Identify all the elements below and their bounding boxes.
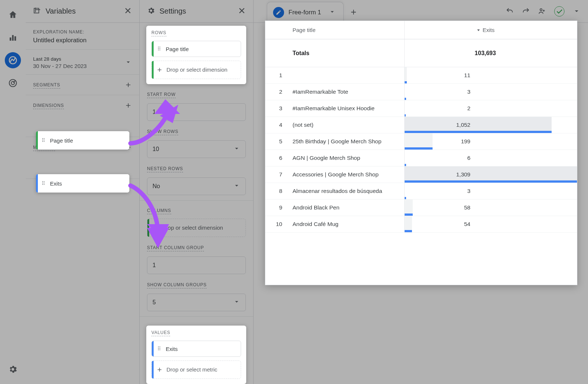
sort-desc-icon <box>476 27 481 33</box>
table-row[interactable]: 6AGN | Google Merch Shop6 <box>265 150 577 166</box>
row-index: 3 <box>265 105 287 112</box>
start-col-input[interactable]: 1 <box>147 256 246 274</box>
table-row[interactable]: 10Android Café Mug54 <box>265 216 577 233</box>
show-col-label: SHOW COLUMN GROUPS <box>147 282 207 288</box>
svg-rect-6 <box>34 8 39 13</box>
values-dropzone[interactable]: Drop or select metric <box>151 360 241 379</box>
table-row[interactable]: 3#IamRemarkable Unisex Hoodie2 <box>265 100 577 117</box>
show-col-select[interactable]: 5 <box>147 294 246 311</box>
undo-icon[interactable] <box>506 7 514 16</box>
explore-icon[interactable] <box>5 52 21 68</box>
exploration-name[interactable]: Untitled exploration <box>33 37 132 44</box>
redo-icon[interactable] <box>522 7 530 16</box>
table-row[interactable]: 2#IamRemarkable Tote3 <box>265 84 577 100</box>
table-row[interactable]: 525th Birthday | Google Merch Shop199 <box>265 133 577 150</box>
drag-handle-icon <box>156 46 162 53</box>
nested-rows-section: NESTED ROWS No <box>140 163 253 201</box>
share-icon[interactable] <box>538 7 546 16</box>
start-row-input[interactable]: 1 <box>147 103 246 121</box>
svg-point-20 <box>158 46 159 47</box>
date-range-picker[interactable]: Last 28 days 30 Nov - 27 Dec 2023 <box>26 50 139 75</box>
drag-handle-icon <box>156 345 162 352</box>
table-row[interactable]: 9Android Black Pen58 <box>265 200 577 216</box>
add-segment-button[interactable] <box>125 81 132 90</box>
rows-label: ROWS <box>151 30 166 36</box>
chevron-down-icon[interactable] <box>329 8 336 17</box>
rows-dropzone[interactable]: Drop or select dimension <box>151 61 241 79</box>
svg-point-24 <box>158 49 159 50</box>
row-index: 1 <box>265 72 287 79</box>
svg-point-18 <box>42 184 43 184</box>
edit-icon <box>273 7 284 18</box>
svg-point-7 <box>540 8 542 10</box>
values-section-highlight: VALUES Exits Drop or select metric <box>146 326 246 384</box>
close-icon[interactable] <box>124 7 132 16</box>
metric-chip-exits[interactable]: Exits <box>36 174 129 193</box>
row-value-cell: 58 <box>404 200 577 216</box>
row-value-cell: 11 <box>404 67 577 83</box>
advertising-icon[interactable] <box>5 75 21 91</box>
show-rows-label: SHOW ROWS <box>147 129 178 135</box>
row-page-title: AGN | Google Merch Shop <box>287 155 404 161</box>
rows-section-highlight: ROWS Page title Drop or select dimension <box>146 26 246 84</box>
table-row[interactable]: 8Almacenar resultados de búsqueda3 <box>265 183 577 200</box>
svg-point-22 <box>158 48 159 49</box>
svg-point-12 <box>42 141 43 141</box>
chevron-down-icon <box>125 58 132 67</box>
segments-section: SEGMENTS <box>26 75 139 95</box>
plus-icon <box>156 366 163 373</box>
table-row[interactable]: 4(not set)1,052 <box>265 117 577 133</box>
table-row[interactable]: 7Accessories | Google Merch Shop1,309 <box>265 166 577 183</box>
row-value-cell: 1,309 <box>404 166 577 183</box>
status-ok-icon[interactable] <box>554 6 564 17</box>
row-value-cell: 3 <box>404 84 577 100</box>
nested-rows-select[interactable]: No <box>147 177 246 195</box>
svg-point-28 <box>158 348 159 348</box>
segments-label: SEGMENTS <box>33 82 60 89</box>
tab-name: Free-form 1 <box>288 9 321 16</box>
svg-point-11 <box>44 139 44 140</box>
tab-freeform[interactable]: Free-form 1 <box>267 2 344 22</box>
chevron-down-icon[interactable] <box>573 7 581 16</box>
svg-point-15 <box>44 181 44 182</box>
show-rows-select[interactable]: 10 <box>147 140 246 158</box>
start-col-section: START COLUMN GROUP 1 <box>140 242 253 279</box>
columns-dropzone[interactable]: Drop or select dimension <box>147 219 246 237</box>
admin-gear-icon[interactable] <box>5 361 21 377</box>
svg-point-23 <box>159 48 160 49</box>
dimensions-section: DIMENSIONS <box>26 95 139 137</box>
rows-chip-page-title[interactable]: Page title <box>151 41 241 57</box>
close-icon[interactable] <box>238 7 246 16</box>
header-metric[interactable]: Exits <box>404 21 577 39</box>
result-table: Page title Exits Totals 103,693 1112#Iam… <box>265 21 577 285</box>
svg-point-19 <box>44 184 44 184</box>
row-page-title: 25th Birthday | Google Merch Shop <box>287 138 404 145</box>
header-dimension[interactable]: Page title <box>287 27 404 33</box>
row-index: 6 <box>265 155 287 161</box>
values-chip-exits[interactable]: Exits <box>151 341 241 357</box>
dimension-chip-page-title[interactable]: Page title <box>36 131 129 150</box>
variables-title: Variables <box>46 7 119 15</box>
svg-point-14 <box>42 181 43 182</box>
nested-rows-label: NESTED ROWS <box>147 166 183 172</box>
reports-icon[interactable] <box>5 29 21 46</box>
row-value-cell: 54 <box>404 216 577 232</box>
row-page-title: #IamRemarkable Unisex Hoodie <box>287 105 404 112</box>
start-row-label: START ROW <box>147 92 176 98</box>
row-page-title: Android Black Pen <box>287 204 404 211</box>
date-range-value: 30 Nov - 27 Dec 2023 <box>33 63 87 69</box>
values-label: VALUES <box>151 330 170 336</box>
row-index: 7 <box>265 171 287 178</box>
row-index: 10 <box>265 221 287 227</box>
exploration-name-label: EXPLORATION NAME: <box>33 29 132 35</box>
start-row-section: START ROW 1 <box>140 89 253 126</box>
show-rows-section: SHOW ROWS 10 <box>140 126 253 163</box>
table-row[interactable]: 111 <box>265 67 577 84</box>
add-dimension-button[interactable] <box>125 102 132 110</box>
tab-strip: Free-form 1 <box>254 0 588 23</box>
metric-chip-highlight: Exits <box>36 174 129 193</box>
svg-point-27 <box>159 346 160 347</box>
home-icon[interactable] <box>5 7 21 23</box>
table-totals-row: Totals 103,693 <box>265 39 577 67</box>
row-page-title: Android Café Mug <box>287 221 404 227</box>
